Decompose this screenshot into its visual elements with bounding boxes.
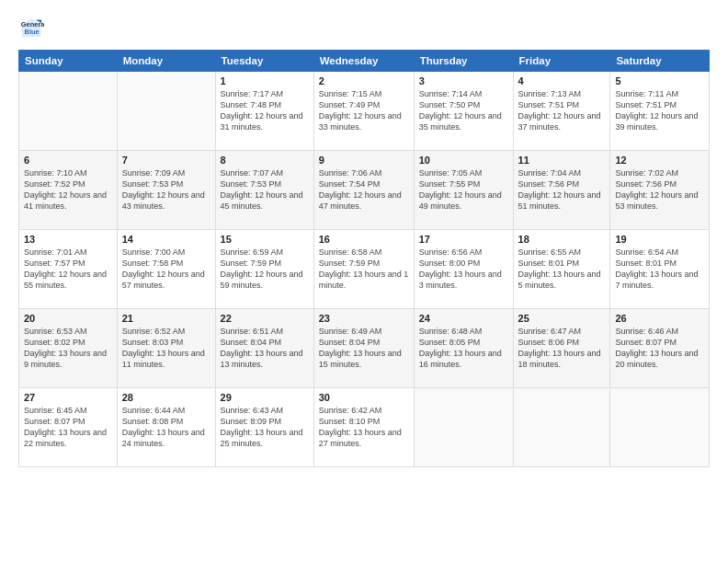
header: General Blue: [18, 15, 710, 40]
weekday-header-sunday: Sunday: [19, 51, 118, 72]
calendar-cell: [19, 72, 118, 151]
day-info: Sunrise: 6:43 AMSunset: 8:09 PMDaylight:…: [221, 405, 309, 450]
day-info: Sunrise: 7:14 AMSunset: 7:50 PMDaylight:…: [419, 88, 508, 133]
calendar-cell: 28Sunrise: 6:44 AMSunset: 8:08 PMDayligh…: [117, 388, 215, 467]
day-number: 28: [122, 392, 210, 403]
day-info: Sunrise: 7:17 AMSunset: 7:48 PMDaylight:…: [221, 88, 309, 133]
calendar-cell: 7Sunrise: 7:09 AMSunset: 7:53 PMDaylight…: [117, 151, 215, 230]
day-info: Sunrise: 7:10 AMSunset: 7:52 PMDaylight:…: [24, 167, 112, 213]
day-info: Sunrise: 7:05 AMSunset: 7:55 PMDaylight:…: [419, 167, 508, 213]
weekday-header-tuesday: Tuesday: [215, 51, 313, 72]
day-number: 29: [221, 392, 309, 403]
day-info: Sunrise: 6:56 AMSunset: 8:00 PMDaylight:…: [419, 247, 508, 292]
weekday-header-thursday: Thursday: [414, 51, 513, 72]
calendar-cell: 9Sunrise: 7:06 AMSunset: 7:54 PMDaylight…: [313, 151, 414, 230]
calendar-cell: 8Sunrise: 7:07 AMSunset: 7:53 PMDaylight…: [215, 151, 313, 230]
calendar-cell: 23Sunrise: 6:49 AMSunset: 8:04 PMDayligh…: [313, 309, 414, 388]
calendar-cell: 22Sunrise: 6:51 AMSunset: 8:04 PMDayligh…: [215, 309, 313, 388]
calendar-cell: 16Sunrise: 6:58 AMSunset: 7:59 PMDayligh…: [313, 230, 414, 309]
day-number: 8: [221, 155, 309, 166]
calendar-cell: 25Sunrise: 6:47 AMSunset: 8:06 PMDayligh…: [513, 309, 610, 388]
day-number: 12: [615, 155, 704, 166]
day-info: Sunrise: 7:15 AMSunset: 7:49 PMDaylight:…: [319, 88, 409, 133]
weekday-header-monday: Monday: [117, 51, 215, 72]
calendar-cell: 4Sunrise: 7:13 AMSunset: 7:51 PMDaylight…: [513, 72, 610, 151]
day-info: Sunrise: 7:04 AMSunset: 7:56 PMDaylight:…: [518, 167, 606, 213]
day-info: Sunrise: 6:54 AMSunset: 8:01 PMDaylight:…: [615, 247, 704, 292]
day-info: Sunrise: 6:55 AMSunset: 8:01 PMDaylight:…: [518, 247, 606, 292]
calendar-cell: 27Sunrise: 6:45 AMSunset: 8:07 PMDayligh…: [19, 388, 118, 467]
day-number: 10: [419, 155, 508, 166]
day-number: 13: [24, 234, 112, 245]
weekday-header-friday: Friday: [513, 51, 610, 72]
day-number: 26: [615, 313, 704, 324]
day-info: Sunrise: 6:49 AMSunset: 8:04 PMDaylight:…: [319, 326, 409, 371]
day-info: Sunrise: 7:11 AMSunset: 7:51 PMDaylight:…: [615, 88, 704, 133]
day-number: 1: [221, 75, 309, 86]
day-number: 25: [518, 313, 606, 324]
calendar-cell: 17Sunrise: 6:56 AMSunset: 8:00 PMDayligh…: [414, 230, 513, 309]
calendar-cell: 19Sunrise: 6:54 AMSunset: 8:01 PMDayligh…: [610, 230, 710, 309]
calendar-cell: 2Sunrise: 7:15 AMSunset: 7:49 PMDaylight…: [313, 72, 414, 151]
day-info: Sunrise: 7:00 AMSunset: 7:58 PMDaylight:…: [122, 247, 210, 292]
calendar-cell: 20Sunrise: 6:53 AMSunset: 8:02 PMDayligh…: [19, 309, 118, 388]
day-number: 6: [24, 155, 112, 166]
day-number: 27: [24, 392, 112, 403]
day-info: Sunrise: 6:45 AMSunset: 8:07 PMDaylight:…: [24, 405, 112, 450]
day-info: Sunrise: 7:09 AMSunset: 7:53 PMDaylight:…: [122, 167, 210, 213]
logo-icon: General Blue: [18, 15, 44, 40]
calendar-cell: [513, 388, 610, 467]
day-info: Sunrise: 7:13 AMSunset: 7:51 PMDaylight:…: [518, 88, 606, 133]
day-number: 19: [615, 234, 704, 245]
day-number: 3: [419, 75, 508, 86]
weekday-header-wednesday: Wednesday: [313, 51, 414, 72]
calendar-cell: 12Sunrise: 7:02 AMSunset: 7:56 PMDayligh…: [610, 151, 710, 230]
day-info: Sunrise: 6:48 AMSunset: 8:05 PMDaylight:…: [419, 326, 508, 371]
calendar-cell: 10Sunrise: 7:05 AMSunset: 7:55 PMDayligh…: [414, 151, 513, 230]
day-number: 5: [615, 75, 704, 86]
calendar-cell: 30Sunrise: 6:42 AMSunset: 8:10 PMDayligh…: [313, 388, 414, 467]
calendar-week-row: 1Sunrise: 7:17 AMSunset: 7:48 PMDaylight…: [19, 72, 710, 151]
day-number: 20: [24, 313, 112, 324]
calendar-cell: 13Sunrise: 7:01 AMSunset: 7:57 PMDayligh…: [19, 230, 118, 309]
day-info: Sunrise: 6:52 AMSunset: 8:03 PMDaylight:…: [122, 326, 210, 371]
day-number: 30: [319, 392, 409, 403]
calendar-cell: [414, 388, 513, 467]
calendar-cell: 5Sunrise: 7:11 AMSunset: 7:51 PMDaylight…: [610, 72, 710, 151]
day-info: Sunrise: 6:47 AMSunset: 8:06 PMDaylight:…: [518, 326, 606, 371]
calendar-cell: [610, 388, 710, 467]
day-number: 16: [319, 234, 409, 245]
day-info: Sunrise: 7:02 AMSunset: 7:56 PMDaylight:…: [615, 167, 704, 213]
day-number: 24: [419, 313, 508, 324]
day-number: 9: [319, 155, 409, 166]
day-info: Sunrise: 7:06 AMSunset: 7:54 PMDaylight:…: [319, 167, 409, 213]
calendar-header-row: SundayMondayTuesdayWednesdayThursdayFrid…: [19, 51, 710, 72]
day-number: 2: [319, 75, 409, 86]
svg-text:Blue: Blue: [25, 28, 40, 36]
day-number: 15: [221, 234, 309, 245]
calendar-cell: 18Sunrise: 6:55 AMSunset: 8:01 PMDayligh…: [513, 230, 610, 309]
calendar-week-row: 6Sunrise: 7:10 AMSunset: 7:52 PMDaylight…: [19, 151, 710, 230]
day-number: 21: [122, 313, 210, 324]
day-number: 4: [518, 75, 606, 86]
day-number: 23: [319, 313, 409, 324]
day-number: 17: [419, 234, 508, 245]
day-info: Sunrise: 6:59 AMSunset: 7:59 PMDaylight:…: [221, 247, 309, 292]
calendar-cell: 6Sunrise: 7:10 AMSunset: 7:52 PMDaylight…: [19, 151, 118, 230]
day-number: 14: [122, 234, 210, 245]
calendar-week-row: 20Sunrise: 6:53 AMSunset: 8:02 PMDayligh…: [19, 309, 710, 388]
calendar-cell: 26Sunrise: 6:46 AMSunset: 8:07 PMDayligh…: [610, 309, 710, 388]
calendar-cell: 29Sunrise: 6:43 AMSunset: 8:09 PMDayligh…: [215, 388, 313, 467]
day-info: Sunrise: 6:44 AMSunset: 8:08 PMDaylight:…: [122, 405, 210, 450]
calendar-cell: 15Sunrise: 6:59 AMSunset: 7:59 PMDayligh…: [215, 230, 313, 309]
day-number: 11: [518, 155, 606, 166]
calendar-week-row: 13Sunrise: 7:01 AMSunset: 7:57 PMDayligh…: [19, 230, 710, 309]
calendar-cell: 21Sunrise: 6:52 AMSunset: 8:03 PMDayligh…: [117, 309, 215, 388]
day-info: Sunrise: 6:58 AMSunset: 7:59 PMDaylight:…: [319, 247, 409, 292]
calendar-cell: 24Sunrise: 6:48 AMSunset: 8:05 PMDayligh…: [414, 309, 513, 388]
day-info: Sunrise: 6:46 AMSunset: 8:07 PMDaylight:…: [615, 326, 704, 371]
calendar-cell: 11Sunrise: 7:04 AMSunset: 7:56 PMDayligh…: [513, 151, 610, 230]
page: General Blue SundayMondayTuesdayWednesda…: [0, 0, 728, 563]
day-info: Sunrise: 6:53 AMSunset: 8:02 PMDaylight:…: [24, 326, 112, 371]
logo: General Blue: [18, 15, 48, 40]
